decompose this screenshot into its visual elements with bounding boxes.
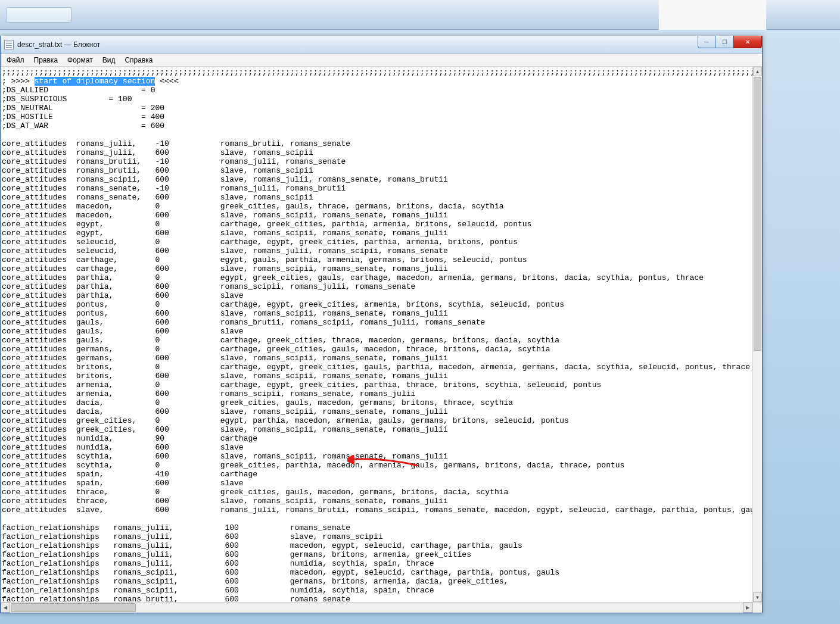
close-button[interactable]: ✕	[733, 36, 762, 48]
hscroll-thumb[interactable]	[11, 603, 136, 612]
scroll-right-icon[interactable]: ▶	[743, 603, 752, 613]
editor-area: ;;;;;;;;;;;;;;;;;;;;;;;;;;;;;;;;;;;;;;;;…	[1, 67, 762, 613]
vscroll-thumb[interactable]	[754, 77, 761, 351]
scroll-up-icon[interactable]: ▲	[753, 67, 762, 76]
scroll-down-icon[interactable]: ▼	[753, 592, 762, 602]
selected-text: start of diplomacy section	[35, 77, 155, 86]
scroll-left-icon[interactable]: ◀	[1, 603, 10, 613]
menu-file[interactable]: Файл	[2, 55, 29, 65]
taskbar-button[interactable]	[6, 7, 71, 23]
menu-view[interactable]: Вид	[98, 55, 120, 65]
maximize-button[interactable]: ☐	[715, 36, 733, 48]
vertical-scrollbar[interactable]: ▲ ▼	[752, 67, 762, 602]
minimize-button[interactable]: ─	[698, 36, 715, 48]
horizontal-scrollbar[interactable]: ◀ ▶	[1, 602, 752, 613]
taskbar-blank	[659, 0, 766, 30]
menu-edit[interactable]: Правка	[29, 55, 63, 65]
text-editor[interactable]: ;;;;;;;;;;;;;;;;;;;;;;;;;;;;;;;;;;;;;;;;…	[1, 67, 752, 602]
desktop: енты Справка descr_strat.txt — Блокнот ─…	[0, 0, 840, 624]
menubar: Файл Правка Формат Вид Справка	[1, 54, 762, 67]
window-title: descr_strat.txt — Блокнот	[17, 40, 100, 49]
window-controls: ─ ☐ ✕	[698, 36, 762, 48]
menu-help[interactable]: Справка	[120, 55, 157, 65]
notepad-icon	[4, 40, 14, 49]
hscroll-track[interactable]	[11, 603, 742, 613]
taskbar	[0, 0, 840, 30]
vscroll-track[interactable]	[753, 77, 762, 592]
menu-format[interactable]: Формат	[63, 55, 98, 65]
size-grip[interactable]	[752, 602, 762, 613]
titlebar[interactable]: descr_strat.txt — Блокнот ─ ☐ ✕	[1, 36, 762, 54]
notepad-window: descr_strat.txt — Блокнот ─ ☐ ✕ Файл Пра…	[0, 36, 763, 613]
